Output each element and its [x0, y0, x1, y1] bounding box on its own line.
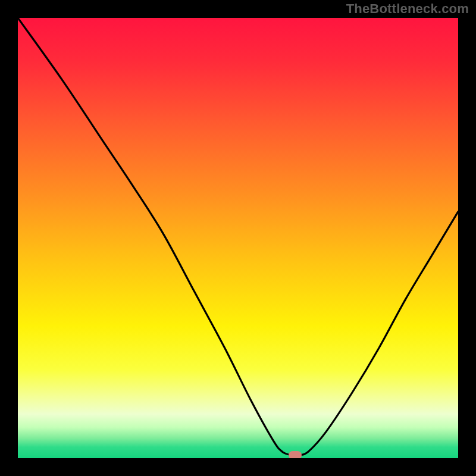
plot-area [18, 18, 458, 458]
gradient-background [18, 18, 458, 458]
plot-svg [18, 18, 458, 458]
watermark-text: TheBottleneck.com [346, 1, 469, 17]
chart-frame: TheBottleneck.com [0, 0, 476, 476]
optimum-marker-icon [289, 451, 302, 458]
